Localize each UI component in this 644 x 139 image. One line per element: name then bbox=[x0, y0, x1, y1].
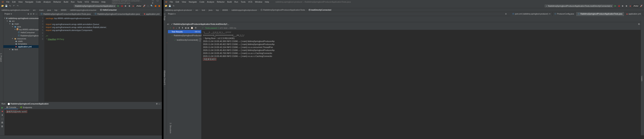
export-icon[interactable]: 📋 bbox=[191, 27, 193, 29]
tab-yml[interactable]: ◆application.yml bbox=[142, 12, 162, 16]
fail-filter-icon[interactable]: ⊘ bbox=[173, 27, 174, 29]
crumb-project[interactable]: rabbitmq-springboot-consumer bbox=[2, 9, 30, 11]
crumb-method[interactable]: ⓜ testDirectlyConnected bbox=[308, 9, 331, 11]
test-tree[interactable]: ✓Test Results439 ms ✓RabbitmqSpringbootP… bbox=[168, 30, 202, 139]
menu-run[interactable]: Run bbox=[70, 0, 76, 3]
menu-window[interactable]: Window bbox=[90, 0, 100, 3]
debug-icon[interactable]: 🐞 bbox=[618, 5, 620, 8]
tree-main[interactable]: ▾🖿main bbox=[3, 22, 38, 25]
tab-tests[interactable]: ⓒRabbitmqSpringbootConsumerApplicationTe… bbox=[39, 12, 93, 16]
down-icon[interactable]: ⬇ bbox=[1, 114, 3, 116]
crumb-java[interactable]: java bbox=[208, 9, 212, 11]
menu-help[interactable]: Help bbox=[264, 0, 270, 3]
menu-navigate[interactable]: Navigate bbox=[188, 0, 198, 3]
menu-file[interactable]: File bbox=[168, 0, 174, 3]
crumb-pkg[interactable]: rabbitmqspringbootproducer bbox=[232, 9, 257, 11]
strip-structure[interactable]: 2: Structure bbox=[170, 123, 172, 133]
menu-edit[interactable]: Edit bbox=[11, 0, 17, 3]
menu-vcs[interactable]: VCS bbox=[84, 0, 90, 3]
test-gear-icon[interactable]: ⚙ bbox=[195, 27, 197, 29]
tree-app[interactable]: ⓒRabbitmqSpringbootConsumerApplication bbox=[3, 34, 38, 37]
tree-static[interactable]: 🖿static bbox=[3, 40, 38, 43]
run-gear-icon[interactable]: ⚙ — bbox=[156, 103, 160, 105]
collapse-icon[interactable]: ⊕ bbox=[28, 13, 29, 15]
crumb-top[interactable]: top bbox=[54, 9, 57, 11]
menu-tools[interactable]: Tools bbox=[240, 0, 247, 3]
save-icon[interactable]: 💾 bbox=[5, 5, 8, 8]
stop-icon[interactable]: ■ bbox=[629, 5, 632, 8]
menu-file[interactable]: File bbox=[5, 0, 10, 3]
console-right[interactable]: ' |____| .__|_| |_|_| |_\__, | / / / / =… bbox=[202, 30, 644, 139]
tab-pom[interactable]: ⓜpom.xml (rabbitmq-springboot-producer) … bbox=[510, 12, 552, 16]
test-root[interactable]: ✓Test Results439 ms bbox=[168, 30, 201, 33]
crumb-pkg[interactable]: rabbitmqspringbootconsumer bbox=[70, 9, 96, 11]
expand-icon[interactable]: ⬇ bbox=[178, 27, 180, 29]
tab-tests[interactable]: ⓒRabbitmqSpringbootProducerApplicationTe… bbox=[576, 12, 624, 16]
strip-project[interactable]: 1: Project bbox=[0, 14, 2, 102]
tree-src[interactable]: ▾🖿src bbox=[3, 20, 38, 22]
crumb-it6666[interactable]: it6666 bbox=[222, 9, 228, 11]
menu-build[interactable]: Build bbox=[62, 0, 69, 3]
crumb-main[interactable]: main bbox=[39, 9, 44, 11]
menu-code[interactable]: Code bbox=[198, 0, 206, 3]
project-dropdown-icon[interactable]: ▾ bbox=[11, 13, 12, 15]
strip-learn[interactable]: Learn bbox=[641, 22, 643, 135]
tree-templates[interactable]: 🖿templates bbox=[3, 43, 38, 45]
tree-resources[interactable]: ▾🖿resources bbox=[3, 37, 38, 40]
jrebel-icon[interactable]: 🚀 bbox=[640, 5, 643, 8]
crumb-src[interactable]: src bbox=[33, 9, 36, 11]
menu-view[interactable]: View bbox=[17, 0, 24, 3]
project-dropdown-icon[interactable]: ▾ bbox=[174, 13, 176, 15]
run-config-dropdown[interactable]: ✓ RabbitmqSpringbootProducerApplicationT… bbox=[544, 5, 613, 8]
crumb-class[interactable]: ⓒ RabbitmqSpringbootProducerApplicationT… bbox=[260, 9, 305, 11]
menu-code[interactable]: Code bbox=[35, 0, 42, 3]
jrebel-label[interactable]: JRebel bbox=[136, 5, 142, 7]
test-method[interactable]: ✓testDirectlyConnected()439 ms bbox=[168, 38, 201, 42]
crumb-it6666[interactable]: it6666 bbox=[61, 9, 66, 11]
ali-icon1[interactable]: ▣ bbox=[154, 5, 157, 8]
undo-icon[interactable]: ↶ bbox=[12, 5, 15, 8]
gear-icon[interactable]: ⚙ bbox=[505, 13, 507, 15]
project-tree[interactable]: ▾▣rabbitmq-springboot-consumer D:\Develo… bbox=[3, 16, 38, 52]
strip-alibaba[interactable]: Alibaba Cloud E... bbox=[164, 22, 166, 135]
next-icon[interactable]: ▶ bbox=[188, 27, 189, 29]
hierarchy-icon[interactable]: ⬚ bbox=[146, 5, 150, 8]
console-left[interactable]: 接收到消息hello world bbox=[4, 109, 162, 135]
stop-run-icon[interactable]: ■ bbox=[2, 110, 3, 113]
jrebel-label[interactable]: JRebel bbox=[632, 5, 639, 7]
tree-yml[interactable]: ◆application.yml bbox=[3, 45, 38, 48]
redo-icon[interactable]: ↷ bbox=[16, 5, 19, 8]
hide-icon[interactable]: ⊟ bbox=[30, 13, 32, 15]
tree-root[interactable]: ▾▣rabbitmq-springboot-consumer D:\Develo… bbox=[3, 17, 38, 20]
menu-run[interactable]: Run bbox=[233, 0, 239, 3]
debug-icon[interactable]: 🐞 bbox=[120, 5, 124, 8]
profile-icon[interactable]: ◉ bbox=[625, 5, 628, 8]
print-icon[interactable]: 🖶 bbox=[1, 121, 3, 124]
menu-edit[interactable]: Edit bbox=[174, 0, 180, 3]
maximize-icon[interactable]: ☐ bbox=[156, 0, 160, 2]
prev-icon[interactable]: ◀ bbox=[185, 27, 186, 29]
sort-icon[interactable]: ↕ bbox=[176, 27, 177, 29]
menu-refactor[interactable]: Refactor bbox=[52, 0, 62, 3]
run-icon[interactable]: ▶ bbox=[117, 5, 120, 8]
tree-pkg[interactable]: ▾📦top.it6666.rabbitmqspringbootconsumer bbox=[3, 28, 38, 31]
coverage-icon[interactable]: ▶ bbox=[124, 5, 127, 8]
tree-helloconsumer[interactable]: ⓒHelloConsumer bbox=[3, 31, 38, 34]
stop-icon[interactable]: ■ bbox=[132, 5, 135, 8]
menu-window[interactable]: Window bbox=[254, 0, 263, 3]
tab-app[interactable]: ⓒRabbitmqSpringbootConsumerApplication.j… bbox=[93, 12, 142, 16]
test-class[interactable]: ✓RabbitmqSpringbootProducerA439 ms bbox=[168, 33, 201, 38]
menu-tools[interactable]: Tools bbox=[76, 0, 83, 3]
tab-config[interactable]: ⓒProducerConfig.java bbox=[552, 12, 576, 16]
code-area[interactable]: package top.it6666.rabbitmqspringbootcon… bbox=[44, 16, 162, 102]
tree-test[interactable]: ▸🖿test bbox=[3, 48, 38, 51]
rerun-icon[interactable]: ▶ bbox=[2, 106, 3, 109]
profile-icon[interactable]: ◉ bbox=[128, 5, 131, 8]
refresh-icon[interactable]: ↻ bbox=[8, 5, 12, 8]
run-config-dropdown[interactable]: RabbitmqSpringbootConsumerApplication ▾ bbox=[74, 5, 116, 8]
open-icon[interactable]: 📂 bbox=[1, 5, 4, 8]
save-icon[interactable]: 💾 bbox=[168, 5, 171, 8]
tab-yml[interactable]: ◆application.yml bbox=[624, 12, 643, 16]
ali-icon2[interactable]: ▣ bbox=[158, 5, 161, 8]
menu-refactor[interactable]: Refactor bbox=[216, 0, 226, 3]
